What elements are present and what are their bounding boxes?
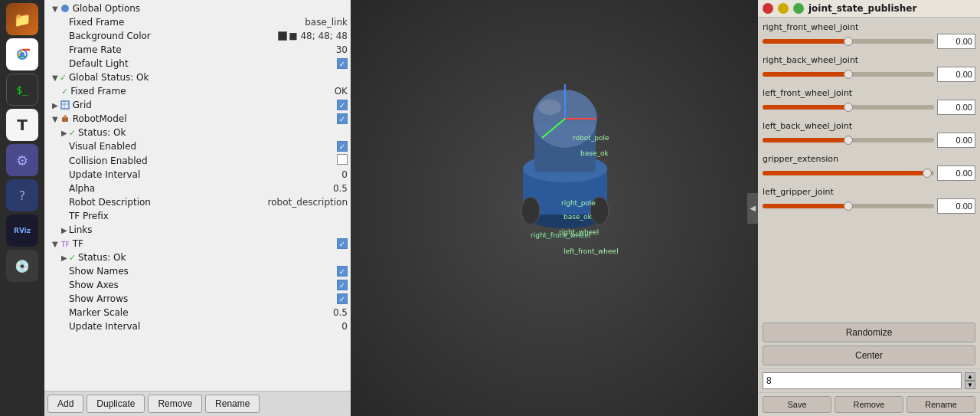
joint-row-left-back-wheel: left_back_wheel_joint 0.00 [763,121,975,148]
svg-point-2 [20,52,24,57]
global-options-item[interactable]: ▼ Global Options [44,2,351,15]
collision-enabled-item[interactable]: Collision Enabled [44,153,351,168]
collision-enabled-checkbox[interactable] [337,154,348,165]
speed-up-button[interactable]: ▲ [965,372,975,381]
joint-panel: joint_state_publisher right_front_wheel_… [758,0,980,416]
grid-arrow[interactable]: ▶ [52,101,58,110]
joint-name-right-back-wheel: right_back_wheel_joint [763,55,975,65]
joint-input-gripper-extension[interactable]: 0.00 [937,165,975,181]
update-interval-tf-label: Update Interval [69,321,338,332]
tf-status-arrow[interactable]: ▶ [61,254,67,262]
joint-save-button[interactable]: Save [763,396,831,413]
files-icon[interactable]: 📁 [6,3,38,35]
robot-model-checkbox[interactable]: ✓ [337,113,348,124]
center-button[interactable]: Center [763,346,975,365]
visual-enabled-checkbox[interactable]: ✓ [337,141,348,152]
viewport[interactable]: robot_pole base_ok right_pole base_ok ri… [351,0,758,416]
joint-input-left-front-wheel[interactable]: 0.00 [937,100,975,115]
default-light-item[interactable]: Default Light ✓ [44,57,351,70]
default-light-checkbox[interactable]: ✓ [337,58,348,69]
grid-checkbox[interactable]: ✓ [337,100,348,110]
joint-name-left-back-wheel: left_back_wheel_joint [763,121,975,131]
update-interval-tf-item[interactable]: Update Interval 0 [44,319,351,333]
joint-slider-track-3[interactable] [763,138,934,142]
fixed-frame-status-label: Fixed Frame [70,86,331,97]
joint-slider-track-4[interactable] [763,171,934,175]
rename-button[interactable]: Rename [205,395,260,413]
text-editor-icon[interactable]: T [6,109,38,141]
global-status-arrow[interactable]: ▼ [52,74,58,82]
grid-item[interactable]: ▶ Grid ✓ [44,98,351,112]
visual-enabled-item[interactable]: Visual Enabled ✓ [44,139,351,153]
robot-model-arrow[interactable]: ▼ [52,115,58,123]
help-icon[interactable]: ? [6,179,38,211]
frame-rate-item[interactable]: Frame Rate 30 [44,43,351,57]
remove-button[interactable]: Remove [148,395,202,413]
joint-slider-track-5[interactable] [763,204,934,208]
minimize-button[interactable] [778,3,789,14]
speed-input[interactable]: 8 [763,372,962,389]
joint-input-left-back-wheel[interactable]: 0.00 [937,133,975,148]
tf-status-check: ✓ [69,253,76,263]
global-options-arrow[interactable]: ▼ [52,5,58,13]
robot-status-arrow[interactable]: ▶ [61,129,67,137]
background-color-item[interactable]: Background Color ■ 48; 48; 48 [44,29,351,43]
background-color-value: ■ 48; 48; 48 [278,31,348,41]
show-arrows-label: Show Arrows [69,293,331,304]
show-axes-item[interactable]: Show Axes ✓ [44,278,351,292]
global-status-item[interactable]: ▼ ✓ Global Status: Ok [44,70,351,84]
chrome-icon[interactable] [6,38,38,70]
joint-slider-track-0[interactable] [763,39,934,44]
marker-scale-item[interactable]: Marker Scale 0.5 [44,306,351,319]
alpha-item[interactable]: Alpha 0.5 [44,182,351,195]
speed-down-button[interactable]: ▼ [965,381,975,389]
settings-icon[interactable]: ⚙ [6,144,38,176]
terminal-icon[interactable]: $_ [6,74,38,106]
joint-slider-track-1[interactable] [763,72,934,77]
robot-status-item[interactable]: ▶ ✓ Status: Ok [44,126,351,139]
joint-slider-track-2[interactable] [763,105,934,110]
tree-panel: ▼ Global Options Fixed Frame base_link B… [44,0,351,416]
joint-row-left-front-wheel: left_front_wheel_joint 0.00 [763,88,975,115]
fixed-frame-item[interactable]: Fixed Frame base_link [44,15,351,29]
disk-icon[interactable]: 💿 [6,250,38,282]
duplicate-button[interactable]: Duplicate [87,395,145,413]
show-names-item[interactable]: Show Names ✓ [44,264,351,278]
robot-model-item[interactable]: ▼ RobotModel ✓ [44,112,351,126]
links-arrow[interactable]: ▶ [61,226,67,234]
robot-description-item[interactable]: Robot Description robot_description [44,195,351,209]
tf-prefix-item[interactable]: TF Prefix [44,209,351,223]
links-item[interactable]: ▶ Links [44,223,351,237]
joint-input-right-front-wheel[interactable]: 0.00 [937,34,975,49]
tree-content[interactable]: ▼ Global Options Fixed Frame base_link B… [44,0,351,391]
fixed-frame-status-item[interactable]: ✓ Fixed Frame OK [44,84,351,98]
joint-name-left-front-wheel: left_front_wheel_joint [763,88,975,98]
collapse-viewport-arrow[interactable]: ◀ [747,193,758,224]
joint-rename-button[interactable]: Rename [906,396,975,413]
svg-point-20 [538,100,561,115]
randomize-button[interactable]: Randomize [763,323,975,342]
show-arrows-checkbox[interactable]: ✓ [337,293,348,304]
joint-row-left-gripper: left_gripper_joint 0.00 [763,187,975,214]
update-interval-item[interactable]: Update Interval 0 [44,168,351,182]
joint-remove-button[interactable]: Remove [835,396,903,413]
frame-rate-value: 30 [336,44,348,55]
joint-name-left-gripper: left_gripper_joint [763,187,975,197]
global-status-check-icon: ✓ [60,73,67,83]
joint-input-right-back-wheel[interactable]: 0.00 [937,67,975,82]
links-label: Links [69,224,348,235]
show-names-checkbox[interactable]: ✓ [337,266,348,277]
maximize-button[interactable] [793,3,804,14]
tf-checkbox[interactable]: ✓ [337,238,348,249]
add-button[interactable]: Add [47,395,83,413]
show-axes-checkbox[interactable]: ✓ [337,280,348,290]
joint-input-left-gripper[interactable]: 0.00 [937,198,975,214]
rviz-icon[interactable]: RViz [6,215,38,247]
tf-status-item[interactable]: ▶ ✓ Status: Ok [44,251,351,264]
joint-bottom-btns: Save Remove Rename [758,392,980,416]
joint-row-right-front-wheel: right_front_wheel_joint 0.00 [763,22,975,49]
tf-item[interactable]: ▼ TF TF ✓ [44,237,351,251]
show-arrows-item[interactable]: Show Arrows ✓ [44,292,351,306]
tf-arrow[interactable]: ▼ [52,240,58,248]
close-button[interactable] [763,3,773,14]
